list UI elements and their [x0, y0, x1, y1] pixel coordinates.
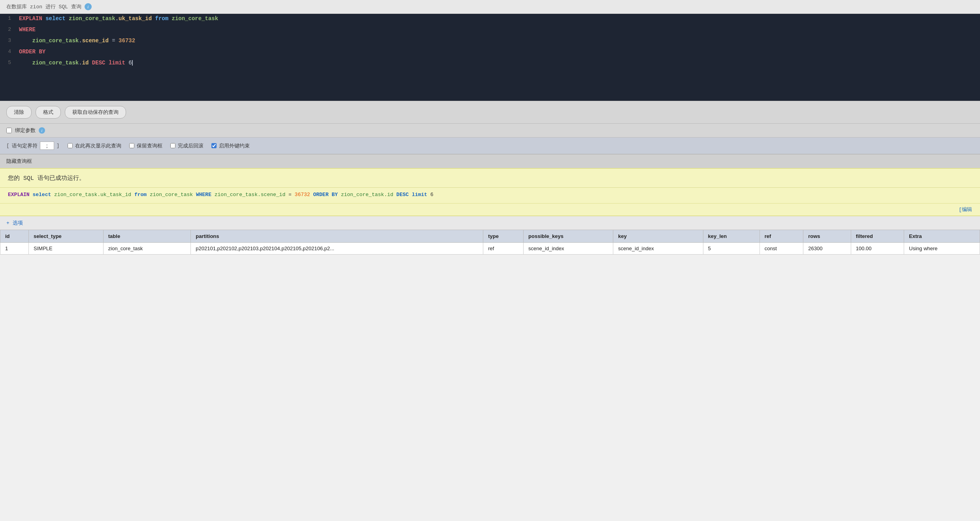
table-row: 1SIMPLEzion_core_taskp202101,p202102,p20… [0, 243, 980, 255]
table-header: type [483, 230, 524, 243]
delimiter-label: 语句定界符 [12, 142, 38, 149]
line-number: 3 [0, 36, 16, 43]
open-bracket: [ [6, 143, 9, 149]
line-number: 4 [0, 47, 16, 55]
edit-link-row: [编辑 [0, 204, 980, 216]
scroll-option[interactable]: 完成后回滚 [170, 142, 204, 149]
editor-line: 4ORDER BY [0, 47, 980, 58]
table-cell: const [760, 243, 803, 255]
bind-params-checkbox[interactable] [6, 128, 12, 133]
scroll-checkbox[interactable] [170, 143, 175, 148]
table-header: id [0, 230, 29, 243]
retain-box-option[interactable]: 保留查询框 [129, 142, 162, 149]
foreign-key-checkbox[interactable] [211, 143, 217, 148]
retain-box-checkbox[interactable] [129, 143, 134, 148]
bind-params-label[interactable]: 绑定参数 [15, 127, 36, 134]
results-table: idselect_typetablepartitionstypepossible… [0, 230, 980, 255]
table-header: table [103, 230, 191, 243]
show-again-option[interactable]: 在此再次显示此查询 [68, 142, 121, 149]
table-cell: 5 [703, 243, 760, 255]
line-content[interactable]: EXPLAIN select zion_core_task.uk_task_id… [16, 14, 221, 23]
clear-button[interactable]: 清除 [6, 106, 32, 119]
options-link-row: + 选项 [0, 216, 980, 230]
editor-line: 5 zion_core_task.id DESC limit 6 [0, 58, 980, 69]
editor-line: 3 zion_core_task.scene_id = 36732 [0, 36, 980, 47]
line-content[interactable]: ORDER BY [16, 47, 49, 57]
info-icon[interactable]: i [85, 3, 92, 10]
bind-params-row: 绑定参数 i [0, 123, 980, 137]
scroll-label: 完成后回滚 [178, 142, 204, 149]
table-header: ref [760, 230, 803, 243]
line-number: 1 [0, 14, 16, 21]
table-cell: 1 [0, 243, 29, 255]
table-cell: SIMPLE [29, 243, 104, 255]
foreign-key-label: 启用外键约束 [219, 142, 250, 149]
success-banner: 您的 SQL 语句已成功运行。 [0, 168, 980, 188]
line-content[interactable]: WHERE [16, 25, 39, 34]
get-saved-button[interactable]: 获取自动保存的查询 [65, 106, 126, 119]
table-cell: Using where [904, 243, 980, 255]
edit-link[interactable]: [编辑 [959, 207, 972, 213]
text-cursor [132, 60, 133, 66]
table-cell: scene_id_index [524, 243, 613, 255]
close-bracket: ] [57, 143, 60, 149]
table-cell: 26300 [803, 243, 851, 255]
format-button[interactable]: 格式 [36, 106, 61, 119]
table-header: rows [803, 230, 851, 243]
table-cell: p202101,p202102,p202103,p202104,p202105,… [191, 243, 483, 255]
top-bar-text: 在数据库 zion 进行 SQL 查询 [6, 3, 81, 10]
success-message: 您的 SQL 语句已成功运行。 [8, 175, 85, 182]
delimiter-input[interactable] [40, 142, 54, 150]
toolbar: 清除 格式 获取自动保存的查询 [0, 101, 980, 123]
table-header: key_len [703, 230, 760, 243]
retain-box-label: 保留查询框 [137, 142, 162, 149]
table-cell: zion_core_task [103, 243, 191, 255]
query-display: EXPLAIN select zion_core_task.uk_task_id… [0, 188, 980, 204]
editor-line: 1EXPLAIN select zion_core_task.uk_task_i… [0, 14, 980, 25]
table-cell: ref [483, 243, 524, 255]
line-number: 5 [0, 58, 16, 66]
table-header: Extra [904, 230, 980, 243]
line-content[interactable]: zion_core_task.scene_id = 36732 [16, 36, 138, 45]
code-editor[interactable]: 1EXPLAIN select zion_core_task.uk_task_i… [0, 14, 980, 101]
table-header: filtered [851, 230, 904, 243]
table-header: key [613, 230, 703, 243]
delimiter-box: [ 语句定界符 ] [6, 142, 60, 150]
table-header: select_type [29, 230, 104, 243]
table-header: partitions [191, 230, 483, 243]
table-cell: 100.00 [851, 243, 904, 255]
foreign-key-option[interactable]: 启用外键约束 [211, 142, 250, 149]
line-content[interactable]: zion_core_task.id DESC limit 6 [16, 58, 136, 68]
show-again-checkbox[interactable] [68, 143, 73, 148]
bind-params-info-icon[interactable]: i [39, 127, 45, 134]
editor-line: 2WHERE [0, 25, 980, 36]
options-row: [ 语句定界符 ] 在此再次显示此查询 保留查询框 完成后回滚 启用外键约束 [0, 137, 980, 154]
line-number: 2 [0, 25, 16, 32]
hide-query-row[interactable]: 隐藏查询框 [0, 154, 980, 168]
results-table-container: idselect_typetablepartitionstypepossible… [0, 230, 980, 255]
table-cell: scene_id_index [613, 243, 703, 255]
options-link[interactable]: + 选项 [6, 220, 23, 226]
show-again-label: 在此再次显示此查询 [75, 142, 121, 149]
table-header: possible_keys [524, 230, 613, 243]
top-bar: 在数据库 zion 进行 SQL 查询 i [0, 0, 980, 14]
hide-query-label: 隐藏查询框 [6, 159, 32, 164]
